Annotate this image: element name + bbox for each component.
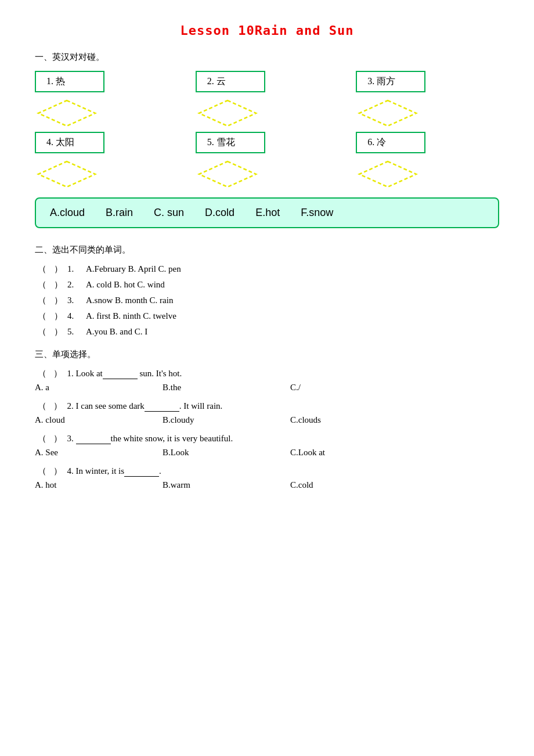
svg-marker-2 (359, 100, 416, 126)
diamond-2 (196, 98, 259, 126)
part1-item-6: 6. 冷 (356, 132, 499, 187)
part1-grid: 1. 热 2. 云 3. 雨方 (35, 71, 499, 187)
answer-bank: A.cloud B.rain C. sun D.cold E.hot F.sno… (35, 197, 499, 228)
word-box-1: 1. 热 (35, 71, 104, 92)
diamond-5 (196, 159, 259, 187)
svg-marker-1 (199, 100, 256, 126)
page-title: Lesson 10Rain and Sun (35, 23, 499, 38)
part3-q1-options: A. a B.the C./ (35, 383, 499, 393)
answer-F: F.snow (301, 207, 333, 219)
diamond-3 (356, 98, 420, 126)
part3-section: 三、单项选择。 （ ） 1. Look at sun. It's hot. A.… (35, 349, 499, 490)
svg-marker-4 (199, 161, 256, 187)
diamond-6 (356, 159, 420, 187)
part2-q3: （ ） 3. A.snow B. month C. rain (35, 295, 499, 306)
part3-q3: （ ） 3. the white snow, it is very beauti… (35, 433, 499, 444)
part3-q1: （ ） 1. Look at sun. It's hot. (35, 368, 499, 379)
svg-marker-5 (359, 161, 416, 187)
answer-A: A.cloud (50, 207, 85, 219)
part3-q2-options: A. cloud B.cloudy C.clouds (35, 415, 499, 425)
answer-D: D.cold (205, 207, 234, 219)
part3-q2: （ ） 2. I can see some dark . It will rai… (35, 401, 499, 412)
diamond-1 (35, 98, 99, 126)
part1-label: 一、英汉对对碰。 (35, 52, 499, 63)
part1-item-1: 1. 热 (35, 71, 178, 126)
part2-q5: （ ） 5. A.you B. and C. I (35, 326, 499, 337)
part1-item-2: 2. 云 (196, 71, 339, 126)
part1-item-4: 4. 太阳 (35, 132, 178, 187)
part2-q1: （ ） 1. A.February B. April C. pen (35, 264, 499, 275)
part3-q4-options: A. hot B.warm C.cold (35, 480, 499, 490)
word-box-5: 5. 雪花 (196, 132, 265, 153)
diamond-4 (35, 159, 99, 187)
word-box-3: 3. 雨方 (356, 71, 425, 92)
part2-q2: （ ） 2. A. cold B. hot C. wind (35, 279, 499, 290)
part3-q3-options: A. See B.Look C.Look at (35, 448, 499, 458)
svg-marker-3 (38, 161, 95, 187)
part1-item-3: 3. 雨方 (356, 71, 499, 126)
word-box-4: 4. 太阳 (35, 132, 104, 153)
answer-C: C. sun (154, 207, 184, 219)
answer-B: B.rain (106, 207, 133, 219)
word-box-2: 2. 云 (196, 71, 265, 92)
part2-q4: （ ） 4. A. first B. ninth C. twelve (35, 311, 499, 322)
svg-marker-0 (38, 100, 95, 126)
part2-section: 二、选出不同类的单词。 （ ） 1. A.February B. April C… (35, 244, 499, 337)
part3-q4: （ ） 4. In winter, it is . (35, 466, 499, 477)
word-box-6: 6. 冷 (356, 132, 425, 153)
part3-label: 三、单项选择。 (35, 349, 499, 360)
part1-item-5: 5. 雪花 (196, 132, 339, 187)
part2-label: 二、选出不同类的单词。 (35, 244, 499, 255)
answer-E: E.hot (255, 207, 280, 219)
